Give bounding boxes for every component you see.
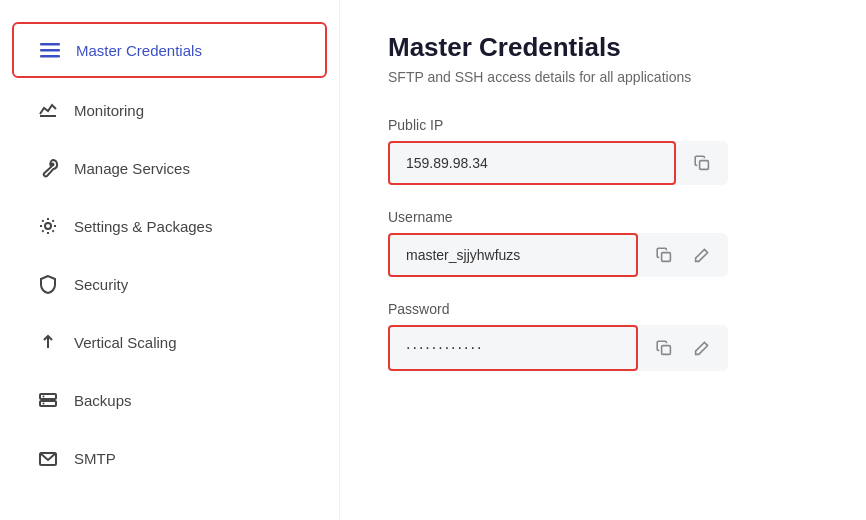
sidebar-item-smtp[interactable]: SMTP xyxy=(12,432,327,484)
password-label: Password xyxy=(388,301,818,317)
sidebar-item-settings-packages[interactable]: Settings & Packages xyxy=(12,200,327,252)
public-ip-label: Public IP xyxy=(388,117,818,133)
sidebar-item-master-credentials[interactable]: Master Credentials xyxy=(12,22,327,78)
sidebar-item-label: Manage Services xyxy=(74,160,190,177)
svg-point-5 xyxy=(45,223,51,229)
sidebar: Master Credentials Monitoring Manage Ser… xyxy=(0,0,340,520)
svg-rect-12 xyxy=(700,161,709,170)
shield-icon xyxy=(36,272,60,296)
username-copy-button[interactable] xyxy=(646,237,682,273)
svg-rect-13 xyxy=(662,253,671,262)
public-ip-row: 159.89.98.34 xyxy=(388,141,818,185)
sidebar-item-label: Security xyxy=(74,276,128,293)
svg-rect-14 xyxy=(662,346,671,355)
sidebar-item-label: Settings & Packages xyxy=(74,218,212,235)
password-actions xyxy=(638,325,728,371)
svg-rect-8 xyxy=(40,401,56,406)
username-label: Username xyxy=(388,209,818,225)
password-container: ············ xyxy=(388,325,728,371)
svg-rect-7 xyxy=(40,394,56,399)
sidebar-item-label: SMTP xyxy=(74,450,116,467)
sidebar-item-manage-services[interactable]: Manage Services xyxy=(12,142,327,194)
monitoring-icon xyxy=(36,98,60,122)
backups-icon xyxy=(36,388,60,412)
scaling-icon xyxy=(36,330,60,354)
sidebar-item-label: Backups xyxy=(74,392,132,409)
username-row: master_sjjyhwfuzs xyxy=(388,233,818,277)
settings-icon xyxy=(36,214,60,238)
svg-point-4 xyxy=(52,164,54,166)
public-ip-container: 159.89.98.34 xyxy=(388,141,728,185)
password-edit-button[interactable] xyxy=(684,330,720,366)
sidebar-item-label: Master Credentials xyxy=(76,42,202,59)
password-field-group: Password ············ xyxy=(388,301,818,371)
hamburger-icon xyxy=(38,38,62,62)
svg-rect-0 xyxy=(40,43,60,46)
sidebar-item-label: Vertical Scaling xyxy=(74,334,177,351)
public-ip-field-group: Public IP 159.89.98.34 xyxy=(388,117,818,185)
username-field-group: Username master_sjjyhwfuzs xyxy=(388,209,818,277)
username-value: master_sjjyhwfuzs xyxy=(388,233,638,277)
public-ip-value: 159.89.98.34 xyxy=(388,141,676,185)
username-edit-button[interactable] xyxy=(684,237,720,273)
sidebar-item-security[interactable]: Security xyxy=(12,258,327,310)
page-title: Master Credentials xyxy=(388,32,818,63)
svg-rect-1 xyxy=(40,49,60,52)
public-ip-actions xyxy=(676,141,728,185)
svg-rect-2 xyxy=(40,55,60,58)
wrench-icon xyxy=(36,156,60,180)
main-content: Master Credentials SFTP and SSH access d… xyxy=(340,0,866,520)
page-subtitle: SFTP and SSH access details for all appl… xyxy=(388,69,818,85)
sidebar-item-monitoring[interactable]: Monitoring xyxy=(12,84,327,136)
username-actions xyxy=(638,233,728,277)
password-copy-button[interactable] xyxy=(646,330,682,366)
svg-point-10 xyxy=(43,403,45,405)
sidebar-item-label: Monitoring xyxy=(74,102,144,119)
svg-point-9 xyxy=(43,396,45,398)
smtp-icon xyxy=(36,446,60,470)
public-ip-copy-button[interactable] xyxy=(684,145,720,181)
sidebar-item-vertical-scaling[interactable]: Vertical Scaling xyxy=(12,316,327,368)
sidebar-item-backups[interactable]: Backups xyxy=(12,374,327,426)
password-row: ············ xyxy=(388,325,818,371)
username-container: master_sjjyhwfuzs xyxy=(388,233,728,277)
password-value: ············ xyxy=(388,325,638,371)
